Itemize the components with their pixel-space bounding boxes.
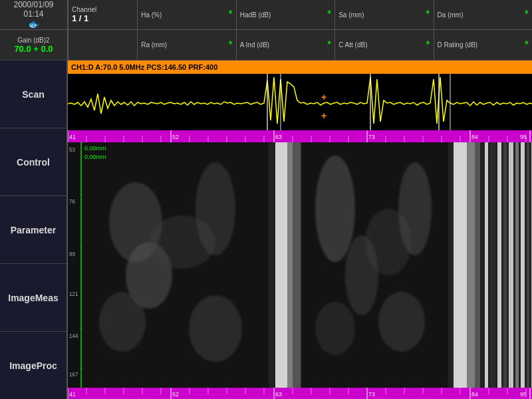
aind-ast: * [327, 39, 331, 51]
ha-ast: * [228, 9, 232, 21]
svg-text:41: 41 [69, 391, 76, 398]
header-left: 2000/01/09 01:14 🐟 Gain (dB)2 70.0 + 0.0 [0, 0, 68, 60]
depth-ruler: 53 76 99 121 144 167 [68, 142, 82, 388]
svg-text:52: 52 [172, 391, 179, 398]
channel-info-bar: CH1:D A:70.0 5.0MHz PCS:146.50 PRF:400 [68, 61, 532, 74]
channel-value: 1 / 1 [72, 13, 134, 23]
drating-bottom: D Rating (dB) * [434, 30, 532, 60]
svg-rect-78 [490, 142, 495, 388]
svg-rect-8 [68, 130, 532, 142]
channel-top: Channel 1 / 1 [68, 0, 137, 30]
mm-label-2: 0.00mm [84, 153, 106, 162]
svg-text:121: 121 [69, 290, 78, 297]
svg-text:63: 63 [275, 391, 282, 398]
svg-rect-82 [515, 142, 519, 388]
svg-text:73: 73 [368, 391, 375, 398]
sidebar-item-scan[interactable]: Scan [0, 61, 66, 128]
svg-text:144: 144 [69, 332, 78, 339]
svg-text:95: 95 [520, 134, 527, 140]
gain-section: Gain (dB)2 70.0 + 0.0 [0, 30, 67, 60]
svg-rect-65 [287, 142, 293, 388]
mm-label-1: 0.00mm [84, 144, 106, 153]
svg-text:41: 41 [69, 134, 76, 140]
aind-bottom: A Ind (dB) * [237, 30, 334, 60]
content-area: CH1:D A:70.0 5.0MHz PCS:146.50 PRF:400 +… [68, 61, 532, 399]
scan-svg [82, 142, 532, 388]
date-display: 2000/01/09 [13, 0, 53, 9]
channel-col: Channel 1 / 1 [68, 0, 137, 60]
svg-rect-80 [503, 142, 507, 388]
svg-point-71 [398, 162, 432, 255]
svg-rect-83 [521, 142, 525, 388]
top-ruler: 41 52 63 73 84 95 [68, 130, 532, 142]
sidebar-item-imageproc[interactable]: ImageProc [0, 332, 66, 399]
sidebar-item-parameter[interactable]: Parameter [0, 196, 66, 264]
sa-col: Sa (mm) * C Att (dB) * [334, 0, 433, 60]
datetime-section: 2000/01/09 01:14 🐟 [0, 0, 67, 30]
svg-point-61 [196, 162, 235, 255]
catt-bottom: C Att (dB) * [335, 30, 433, 60]
da-top: Da (mm) * [434, 0, 532, 30]
svg-rect-66 [293, 142, 301, 388]
sidebar-item-control[interactable]: Control [0, 128, 66, 196]
svg-text:+: + [321, 92, 327, 102]
catt-ast: * [426, 39, 430, 51]
channel-label: Channel [72, 6, 134, 13]
scan-image: 0.00mm 0.00mm [82, 142, 532, 388]
hadb-ast: * [327, 9, 331, 21]
svg-point-68 [315, 156, 355, 262]
svg-text:167: 167 [69, 370, 78, 378]
svg-point-72 [315, 302, 355, 355]
hadb-top: HadB (dB) * [237, 0, 334, 30]
svg-rect-77 [485, 142, 488, 388]
svg-text:+: + [321, 110, 327, 121]
svg-point-73 [378, 292, 425, 352]
svg-text:52: 52 [172, 134, 179, 140]
fish-icon: 🐟 [28, 19, 39, 29]
svg-rect-74 [454, 142, 467, 388]
channel-bottom [68, 30, 137, 60]
waveform-container: + + [68, 74, 532, 130]
svg-point-62 [99, 292, 146, 352]
green-line [80, 142, 82, 388]
svg-rect-81 [509, 142, 513, 388]
mm-labels: 0.00mm 0.00mm [84, 144, 106, 161]
da-col: Da (mm) * D Rating (dB) * [434, 0, 532, 60]
svg-rect-86 [68, 388, 532, 399]
bottom-ruler: 41 52 63 73 84 95 [68, 388, 532, 399]
ha-col: Ha (%) * Ra (mm) * [137, 0, 235, 60]
svg-rect-79 [497, 142, 501, 388]
svg-rect-84 [527, 142, 529, 388]
scan-area: 53 76 99 121 144 167 [68, 142, 532, 388]
gain-label: Gain (dB)2 [17, 37, 49, 44]
svg-text:63: 63 [275, 134, 282, 140]
svg-text:84: 84 [471, 391, 478, 398]
sa-top: Sa (mm) * [335, 0, 433, 30]
svg-text:99: 99 [69, 250, 75, 257]
header-cols: Channel 1 / 1 Ha (%) * Ra (mm) * HadB (d… [68, 0, 532, 60]
time-display: 01:14 [23, 9, 43, 19]
da-ast: * [525, 9, 529, 21]
sidebar-item-imagemeas[interactable]: ImageMeas [0, 264, 66, 332]
svg-text:95: 95 [520, 391, 527, 398]
ha-top: Ha (%) * [138, 0, 235, 30]
hadb-col: HadB (dB) * A Ind (dB) * [236, 0, 334, 60]
svg-point-63 [189, 295, 242, 362]
svg-text:84: 84 [471, 134, 478, 140]
sa-ast: * [426, 9, 430, 21]
svg-rect-75 [467, 142, 475, 388]
svg-text:73: 73 [368, 134, 375, 140]
main-area: Scan Control Parameter ImageMeas ImagePr… [0, 61, 532, 399]
svg-rect-64 [275, 142, 287, 388]
ra-ast: * [228, 39, 232, 51]
ra-bottom: Ra (mm) * [138, 30, 235, 60]
gain-value: 70.0 + 0.0 [14, 44, 53, 54]
header: 2000/01/09 01:14 🐟 Gain (dB)2 70.0 + 0.0… [0, 0, 532, 61]
drating-ast: * [525, 39, 529, 51]
svg-text:53: 53 [69, 146, 75, 153]
svg-rect-76 [475, 142, 480, 388]
top-ruler-svg: 41 52 63 73 84 95 [68, 130, 532, 142]
sidebar: Scan Control Parameter ImageMeas ImagePr… [0, 61, 68, 399]
waveform-svg: + + [68, 74, 532, 130]
svg-text:76: 76 [69, 198, 75, 205]
